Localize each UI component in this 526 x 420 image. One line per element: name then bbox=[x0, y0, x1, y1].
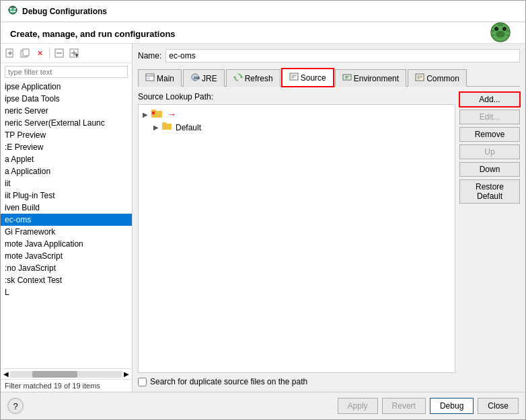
tree-expand-icon2: ▶ bbox=[153, 124, 160, 131]
tab-source[interactable]: Source bbox=[282, 69, 334, 87]
source-panel: Source Lookup Path: ▶ bbox=[138, 92, 520, 386]
list-item[interactable]: neric Server(External Launc bbox=[1, 117, 132, 129]
name-input[interactable] bbox=[165, 49, 520, 62]
svg-text:JRE: JRE bbox=[193, 76, 200, 80]
name-row: Name: bbox=[138, 49, 520, 62]
new-config-button[interactable] bbox=[3, 46, 17, 60]
common-tab-icon bbox=[415, 73, 424, 84]
toolbar-separator bbox=[49, 48, 50, 58]
scroll-right-btn[interactable]: ▶ bbox=[124, 370, 129, 378]
list-item[interactable]: :no JavaScript bbox=[1, 262, 132, 274]
source-buttons: Add... Edit... Remove Up Down Restore De… bbox=[459, 92, 520, 386]
tab-jre[interactable]: JRE JRE bbox=[183, 69, 225, 87]
help-button[interactable]: ? bbox=[7, 398, 24, 414]
tab-main-label: Main bbox=[157, 74, 174, 83]
tree-item-default[interactable]: ▶ Default bbox=[141, 121, 452, 134]
horizontal-scrollbar[interactable] bbox=[10, 371, 122, 378]
subtitle: Create, manage, and run configurations bbox=[1, 22, 525, 44]
list-item[interactable]: TP Preview bbox=[1, 129, 132, 141]
left-panel: ✕ ▼ bbox=[1, 44, 133, 392]
list-item-ecoms[interactable]: ec-oms bbox=[1, 214, 132, 226]
svg-rect-53 bbox=[162, 122, 166, 125]
tab-jre-label: JRE bbox=[202, 74, 217, 83]
list-item[interactable]: mote Java Application bbox=[1, 238, 132, 250]
bug-icon-large bbox=[486, 17, 515, 47]
main-tab-icon bbox=[145, 73, 155, 84]
list-item[interactable]: Gi Framework bbox=[1, 226, 132, 238]
tab-source-label: Source bbox=[301, 73, 326, 83]
folder-icon bbox=[151, 109, 162, 120]
tab-environment-label: Environment bbox=[354, 74, 399, 83]
content-area: ✕ ▼ bbox=[1, 44, 525, 392]
jre-tab-icon: JRE bbox=[190, 73, 200, 84]
close-button[interactable]: Close bbox=[478, 398, 519, 414]
tab-environment[interactable]: Environment bbox=[335, 69, 406, 87]
svg-line-18 bbox=[491, 35, 494, 36]
svg-point-10 bbox=[494, 27, 498, 31]
scrollbar-area: ◀ ▶ bbox=[1, 368, 132, 379]
delete-config-button[interactable]: ✕ bbox=[33, 46, 46, 60]
debug-button[interactable]: Debug bbox=[430, 398, 474, 414]
tab-common-label: Common bbox=[426, 74, 459, 83]
list-item[interactable]: mote JavaScript bbox=[1, 250, 132, 262]
config-list: ipse Application ipse Data Tools neric S… bbox=[1, 81, 132, 368]
env-tab-icon bbox=[342, 73, 352, 84]
red-arrow-annotation: → bbox=[167, 109, 176, 120]
tab-main[interactable]: Main bbox=[138, 69, 182, 87]
window-icon bbox=[7, 5, 18, 17]
list-item[interactable]: neric Server bbox=[1, 105, 132, 117]
svg-rect-24 bbox=[23, 49, 29, 56]
list-item[interactable]: iit bbox=[1, 177, 132, 190]
collapse-all-button[interactable] bbox=[52, 46, 66, 60]
down-button[interactable]: Down bbox=[459, 162, 520, 177]
tree-expand-icon: ▶ bbox=[143, 111, 149, 118]
remove-button[interactable]: Remove bbox=[459, 127, 520, 142]
default-folder-icon bbox=[162, 122, 172, 132]
list-item[interactable]: a Applet bbox=[1, 153, 132, 165]
left-toolbar: ✕ ▼ bbox=[1, 44, 132, 63]
duplicate-source-checkbox[interactable] bbox=[138, 378, 147, 386]
filter-status: Filter matched 19 of 19 items bbox=[1, 379, 132, 392]
source-lookup-label: Source Lookup Path: bbox=[138, 92, 455, 101]
svg-marker-35 bbox=[240, 76, 243, 78]
debug-configurations-window: Debug Configurations Create, manage, and… bbox=[0, 0, 526, 420]
tab-refresh[interactable]: Refresh bbox=[226, 69, 280, 87]
revert-button[interactable]: Revert bbox=[382, 398, 426, 414]
duplicate-config-button[interactable] bbox=[18, 46, 32, 60]
source-main: Source Lookup Path: ▶ bbox=[138, 92, 455, 386]
svg-point-12 bbox=[496, 31, 505, 38]
tab-refresh-label: Refresh bbox=[245, 74, 273, 83]
bottom-bar: ? Apply Revert Debug Close bbox=[1, 392, 525, 419]
svg-rect-41 bbox=[343, 75, 351, 80]
tab-common[interactable]: Common bbox=[408, 69, 467, 87]
svg-point-11 bbox=[502, 27, 506, 31]
filter-input[interactable] bbox=[5, 66, 128, 78]
list-item[interactable]: :sk Context Test bbox=[1, 274, 132, 286]
source-tab-icon bbox=[289, 72, 299, 83]
title-bar: Debug Configurations bbox=[1, 1, 525, 22]
list-item[interactable]: L bbox=[1, 286, 132, 298]
up-button[interactable]: Up bbox=[459, 144, 520, 159]
source-tree: ▶ → bbox=[138, 104, 455, 373]
svg-marker-36 bbox=[233, 77, 236, 79]
list-item[interactable]: iven Build bbox=[1, 202, 132, 214]
list-item[interactable]: iit Plug-in Test bbox=[1, 190, 132, 202]
list-item[interactable]: a Application bbox=[1, 165, 132, 177]
refresh-tab-icon bbox=[233, 73, 243, 84]
checkbox-row: Search for duplicate source files on the… bbox=[138, 377, 455, 386]
edit-button[interactable]: Edit... bbox=[459, 110, 520, 124]
list-item[interactable]: ipse Data Tools bbox=[1, 93, 132, 105]
tree-item-highlighted[interactable]: ▶ → bbox=[141, 108, 452, 121]
add-button[interactable]: Add... bbox=[459, 92, 520, 107]
apply-button[interactable]: Apply bbox=[338, 398, 378, 414]
list-item[interactable]: ipse Application bbox=[1, 81, 132, 93]
scroll-left-btn[interactable]: ◀ bbox=[3, 370, 9, 378]
list-item[interactable]: :E Preview bbox=[1, 141, 132, 153]
title-bar-text: Debug Configurations bbox=[22, 7, 107, 16]
restore-default-button[interactable]: Restore Default bbox=[459, 179, 520, 204]
default-label: Default bbox=[176, 123, 201, 132]
name-label: Name: bbox=[138, 51, 161, 60]
expand-menu-button[interactable]: ▼ bbox=[67, 46, 81, 60]
tabs-row: Main JRE JRE bbox=[138, 68, 520, 87]
svg-rect-32 bbox=[147, 77, 150, 79]
